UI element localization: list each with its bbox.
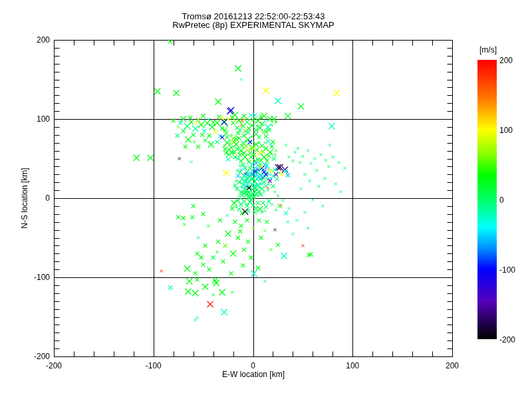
y-tick-label: -100 — [17, 273, 50, 282]
x-tick-label: -200 — [46, 361, 62, 370]
x-tick-label: -100 — [146, 361, 162, 370]
skymap-scatter-canvas — [0, 0, 532, 399]
colorbar-unit-label: [m/s] — [469, 45, 507, 55]
colorbar-tick-label: 100 — [499, 126, 513, 135]
skymap-figure: Tromsø 20161213 22:52:00-22:53:43 RwPret… — [0, 0, 532, 399]
colorbar-tick-label: 0 — [499, 196, 504, 205]
colorbar-tick-label: -100 — [499, 265, 515, 275]
x-tick-label: 100 — [346, 361, 359, 370]
y-tick-label: 100 — [17, 114, 50, 124]
x-axis-label: E-W location [km] — [222, 370, 285, 379]
colorbar-tick-label: -200 — [499, 335, 515, 344]
y-tick-label: 200 — [17, 35, 50, 45]
x-tick-label: 0 — [251, 361, 255, 370]
y-tick-label: -200 — [17, 352, 50, 361]
chart-subtitle: RwPretec (8p) EXPERIMENTAL SKYMAP — [172, 21, 334, 29]
x-tick-label: 200 — [446, 361, 459, 370]
colorbar-tick-label: 200 — [499, 56, 513, 65]
y-tick-label: 0 — [17, 194, 50, 203]
